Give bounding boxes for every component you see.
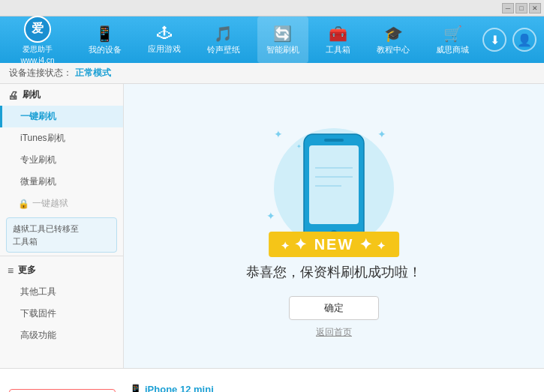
- phone-svg: [300, 130, 368, 247]
- my-device-icon: 📱: [95, 25, 114, 43]
- device-info: 📱 iPhone 12 mini 64GB Down-12mini-13,1: [129, 384, 214, 393]
- smart-flash-icon: 🔄: [273, 25, 292, 43]
- header-right: ⬇ 👤: [482, 28, 536, 52]
- sidebar-divider: [0, 256, 123, 256]
- maximize-btn[interactable]: □: [515, 3, 527, 13]
- device-checkboxes: ✓ 自动联连 ✓ 跳过向导: [9, 389, 116, 392]
- sidebar-item-other-tools[interactable]: 其他工具: [0, 281, 123, 303]
- nav-weisi-mall[interactable]: 🛒 威思商城: [427, 16, 478, 63]
- sidebar-item-download-fw[interactable]: 下载固件: [0, 303, 123, 325]
- sidebar-item-pro[interactable]: 专业刷机: [0, 149, 123, 171]
- confirm-button[interactable]: 确定: [289, 296, 379, 320]
- app-games-icon: 🕹: [157, 25, 172, 42]
- title-bar: ─ □ ✕: [0, 0, 544, 16]
- sparkle-1: ✦: [274, 128, 283, 140]
- nav-weisi-mall-label: 威思商城: [436, 44, 469, 55]
- sidebar-item-jailbreak: 🔒 一键越狱: [0, 193, 123, 214]
- info-line1: 越狱工具已转移至: [13, 223, 110, 235]
- nav-tutorials[interactable]: 🎓 教程中心: [368, 16, 419, 63]
- tutorials-icon: 🎓: [384, 25, 403, 43]
- minimize-btn[interactable]: ─: [502, 3, 514, 13]
- flash-section-icon: 🖨: [8, 89, 18, 101]
- nav-smart-flash[interactable]: 🔄 智能刷机: [257, 16, 308, 63]
- device-bar: ✓ 自动联连 ✓ 跳过向导 📱 iPhone 12 mini 64GB Down…: [0, 368, 544, 392]
- nav-smart-flash-label: 智能刷机: [266, 44, 299, 55]
- toolbox-icon: 🧰: [329, 25, 347, 43]
- nav-toolbox-label: 工具箱: [326, 44, 350, 55]
- nav-ringtones[interactable]: 🎵 铃声壁纸: [198, 16, 249, 63]
- close-btn[interactable]: ✕: [529, 3, 541, 13]
- more-section-label: 更多: [18, 264, 36, 277]
- sidebar-item-save[interactable]: 微量刷机: [0, 171, 123, 193]
- lock-icon: 🔒: [18, 199, 29, 209]
- svg-rect-3: [324, 139, 344, 142]
- more-section-icon: ≡: [8, 265, 14, 277]
- sidebar-section-flash: 🖨 刷机: [0, 84, 123, 106]
- flash-section-label: 刷机: [23, 88, 41, 101]
- status-bar: 设备连接状态： 正常模式: [0, 63, 544, 84]
- nav-app-games-label: 应用游戏: [148, 43, 181, 55]
- info-line2: 工具箱: [13, 235, 110, 248]
- nav-tutorials-label: 教程中心: [377, 44, 410, 55]
- nav-my-device[interactable]: 📱 我的设备: [80, 16, 131, 63]
- logo-line1: 爱思助手: [23, 44, 53, 55]
- status-label: 设备连接状态：: [9, 67, 72, 79]
- main-area: 🖨 刷机 一键刷机 iTunes刷机 专业刷机 微量刷机 🔒 一键越狱 越狱工具…: [0, 84, 544, 368]
- ringtones-icon: 🎵: [214, 25, 233, 43]
- sidebar-item-advanced[interactable]: 高级功能: [0, 325, 123, 346]
- sidebar: 🖨 刷机 一键刷机 iTunes刷机 专业刷机 微量刷机 🔒 一键越狱 越狱工具…: [0, 84, 124, 368]
- sidebar-info-box: 越狱工具已转移至 工具箱: [6, 217, 117, 253]
- device-phone-icon: 📱: [129, 384, 142, 393]
- nav-app-games[interactable]: 🕹 应用游戏: [139, 16, 190, 63]
- user-btn[interactable]: 👤: [512, 28, 536, 52]
- sidebar-item-itunes[interactable]: iTunes刷机: [0, 127, 123, 149]
- status-value: 正常模式: [75, 67, 111, 79]
- nav-ringtones-label: 铃声壁纸: [207, 44, 240, 55]
- sidebar-section-more: ≡ 更多: [0, 259, 123, 281]
- success-illustration: ✦ ✦ ✦ ✦ ✦ NEW ✦: [259, 113, 409, 263]
- nav-toolbox[interactable]: 🧰 工具箱: [317, 16, 359, 63]
- logo-line2: www.i4.cn: [20, 56, 54, 64]
- new-badge: ✦ NEW ✦: [269, 232, 399, 257]
- nav-my-device-label: 我的设备: [89, 44, 122, 55]
- sparkle-3: ✦: [266, 210, 275, 222]
- back-home-link[interactable]: 返回首页: [316, 326, 352, 339]
- success-message: 恭喜您，保资料刷机成功啦！: [246, 263, 422, 281]
- content-area: ✦ ✦ ✦ ✦ ✦ NEW ✦ 恭喜您，保资料刷机成功啦: [124, 84, 544, 368]
- header: 爱 爱思助手 www.i4.cn 📱 我的设备 🕹 应用游戏 🎵 铃声壁纸 🔄 …: [0, 16, 544, 63]
- device-name: 📱 iPhone 12 mini: [129, 384, 214, 393]
- logo-icon: 爱: [24, 16, 51, 43]
- weisi-mall-icon: 🛒: [443, 25, 462, 43]
- sparkle-2: ✦: [377, 128, 386, 140]
- download-btn[interactable]: ⬇: [482, 28, 506, 52]
- svg-rect-1: [309, 145, 359, 224]
- sidebar-item-onekey[interactable]: 一键刷机: [0, 106, 123, 127]
- logo[interactable]: 爱 爱思助手 www.i4.cn: [8, 16, 68, 64]
- device-name-text: iPhone 12 mini: [145, 384, 214, 392]
- nav-bar: 📱 我的设备 🕹 应用游戏 🎵 铃声壁纸 🔄 智能刷机 🧰 工具箱 🎓 教程中心…: [75, 16, 482, 63]
